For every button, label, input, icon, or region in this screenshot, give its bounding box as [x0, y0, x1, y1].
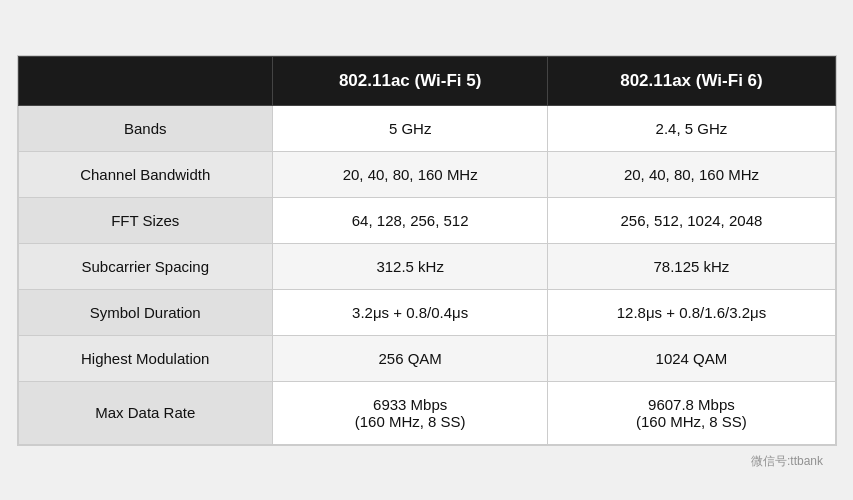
table-row: Highest Modulation256 QAM1024 QAM	[18, 335, 835, 381]
table-row: Channel Bandwidth20, 40, 80, 160 MHz20, …	[18, 151, 835, 197]
feature-cell: FFT Sizes	[18, 197, 272, 243]
table-row: Subcarrier Spacing312.5 kHz78.125 kHz	[18, 243, 835, 289]
wifi6-cell: 2.4, 5 GHz	[548, 105, 835, 151]
header-wifi6: 802.11ax (Wi-Fi 6)	[548, 56, 835, 105]
wifi6-cell: 12.8μs + 0.8/1.6/3.2μs	[548, 289, 835, 335]
feature-cell: Symbol Duration	[18, 289, 272, 335]
feature-cell: Channel Bandwidth	[18, 151, 272, 197]
wifi6-cell: 256, 512, 1024, 2048	[548, 197, 835, 243]
wifi6-cell: 20, 40, 80, 160 MHz	[548, 151, 835, 197]
feature-cell: Max Data Rate	[18, 381, 272, 444]
wifi5-cell: 256 QAM	[272, 335, 547, 381]
table-row: Max Data Rate6933 Mbps(160 MHz, 8 SS)960…	[18, 381, 835, 444]
wifi5-cell: 312.5 kHz	[272, 243, 547, 289]
header-feature	[18, 56, 272, 105]
header-row: 802.11ac (Wi-Fi 5) 802.11ax (Wi-Fi 6)	[18, 56, 835, 105]
wifi6-cell: 78.125 kHz	[548, 243, 835, 289]
header-wifi5: 802.11ac (Wi-Fi 5)	[272, 56, 547, 105]
wifi5-cell: 3.2μs + 0.8/0.4μs	[272, 289, 547, 335]
table-row: FFT Sizes64, 128, 256, 512256, 512, 1024…	[18, 197, 835, 243]
wifi5-cell: 6933 Mbps(160 MHz, 8 SS)	[272, 381, 547, 444]
wifi6-cell: 1024 QAM	[548, 335, 835, 381]
wifi5-cell: 64, 128, 256, 512	[272, 197, 547, 243]
comparison-table-wrapper: 802.11ac (Wi-Fi 5) 802.11ax (Wi-Fi 6) Ba…	[17, 55, 837, 446]
feature-cell: Highest Modulation	[18, 335, 272, 381]
table-row: Bands5 GHz2.4, 5 GHz	[18, 105, 835, 151]
wifi6-cell: 9607.8 Mbps(160 MHz, 8 SS)	[548, 381, 835, 444]
wifi-comparison-table: 802.11ac (Wi-Fi 5) 802.11ax (Wi-Fi 6) Ba…	[18, 56, 836, 445]
watermark: 微信号:ttbank	[751, 453, 823, 470]
wifi5-cell: 5 GHz	[272, 105, 547, 151]
table-row: Symbol Duration3.2μs + 0.8/0.4μs12.8μs +…	[18, 289, 835, 335]
wifi5-cell: 20, 40, 80, 160 MHz	[272, 151, 547, 197]
feature-cell: Subcarrier Spacing	[18, 243, 272, 289]
feature-cell: Bands	[18, 105, 272, 151]
